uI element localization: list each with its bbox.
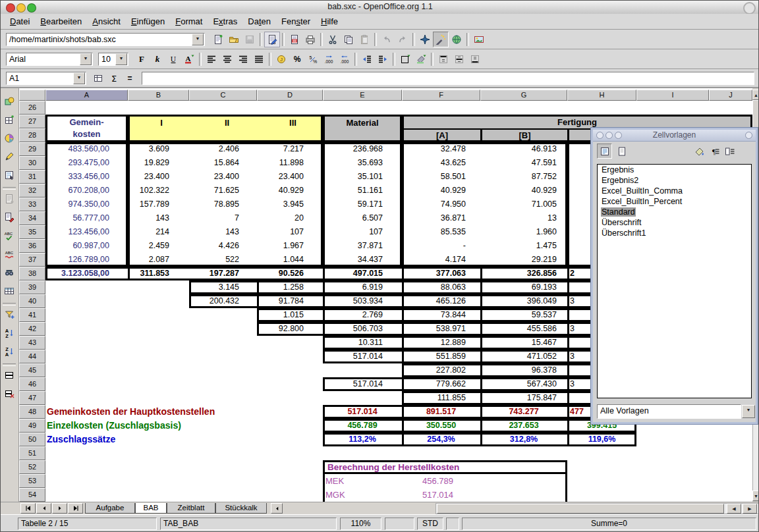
hscroll-thumb[interactable] — [437, 504, 724, 514]
navigator-button[interactable] — [417, 32, 433, 47]
column-header-F[interactable]: F — [402, 90, 480, 101]
choose-themes-button[interactable] — [1, 209, 17, 225]
cell-C31[interactable]: 23.400 — [189, 170, 257, 184]
row-header-30[interactable]: 30 — [19, 156, 45, 170]
cell-E42[interactable]: 506.703 — [323, 322, 402, 336]
cell-E39[interactable]: 6.919 — [323, 280, 402, 294]
cell-G37[interactable]: 29.219 — [480, 253, 567, 267]
form-functions-button[interactable] — [1, 167, 17, 183]
cell-H50[interactable]: 119,6% — [567, 433, 636, 446]
row-header-32[interactable]: 32 — [19, 184, 45, 198]
cell-D34[interactable]: 20 — [257, 211, 323, 225]
cell-D30[interactable]: 11.898 — [257, 156, 323, 170]
row-header-36[interactable]: 36 — [19, 239, 45, 253]
cell-C38[interactable]: 197.287 — [189, 267, 257, 280]
menu-bearbeiten[interactable]: Bearbeiten — [35, 15, 87, 28]
menu-daten[interactable]: Daten — [242, 15, 276, 28]
cell-G36[interactable]: 1.475 — [480, 239, 567, 253]
print-button[interactable] — [302, 32, 318, 47]
cell-A29[interactable]: 483.560,00 — [45, 142, 128, 156]
align-middle-button[interactable] — [451, 51, 467, 67]
menu-einfgen[interactable]: Einfügen — [126, 15, 170, 28]
equals-button[interactable]: = — [122, 70, 138, 86]
cell-G34[interactable]: 13 — [480, 211, 567, 225]
cell-E46[interactable]: 517.014 — [323, 377, 402, 391]
cell-F37[interactable]: 4.174 — [402, 253, 480, 267]
cell-A30[interactable]: 293.475,00 — [45, 156, 128, 170]
cell-A31[interactable]: 333.456,00 — [45, 170, 128, 184]
cell-F29[interactable]: 32.478 — [402, 142, 480, 156]
column-header-E[interactable]: E — [323, 90, 402, 101]
autoformat-button[interactable] — [1, 191, 17, 207]
scroll-up-icon[interactable]: ▲ — [752, 90, 759, 100]
cell-B37[interactable]: 2.087 — [128, 253, 189, 267]
menu-format[interactable]: Format — [170, 15, 208, 28]
style-item-excel-builtin-percent[interactable]: Excel_BuiltIn_Percent — [598, 196, 751, 207]
formula-input[interactable] — [142, 72, 754, 85]
export-pdf-button[interactable] — [287, 32, 302, 47]
cell-C36[interactable]: 4.426 — [189, 239, 257, 253]
style-filter-value[interactable]: Alle Vorlagen — [597, 404, 741, 419]
font-name-value[interactable]: Arial — [7, 55, 79, 64]
spellcheck-button[interactable]: ABC — [1, 228, 17, 244]
cell-sub-b[interactable]: [B] — [482, 130, 567, 141]
cell-A36[interactable]: 60.987,00 — [45, 239, 128, 253]
cell-F46[interactable]: 779.662 — [402, 377, 480, 391]
cell-D32[interactable]: 40.929 — [257, 184, 323, 198]
cell-D37[interactable]: 1.044 — [257, 253, 323, 267]
cell-C29[interactable]: 2.406 — [189, 142, 257, 156]
cell-G48[interactable]: 743.277 — [480, 405, 567, 419]
sort-ascending-button[interactable]: AZ — [1, 325, 17, 341]
cell-D42[interactable]: 92.800 — [257, 322, 323, 336]
paste-button[interactable] — [356, 32, 372, 47]
cell-label-A49[interactable]: Einzelkosten (Zuschlagsbasis) — [47, 419, 317, 433]
style-item--berschrift1[interactable]: Überschrift1 — [598, 228, 751, 238]
font-size-dropdown-icon[interactable]: ▼ — [115, 53, 127, 65]
cell-B34[interactable]: 143 — [128, 211, 189, 225]
insert-chart-button[interactable] — [1, 130, 17, 146]
save-button[interactable] — [242, 32, 258, 47]
justify-button[interactable] — [251, 51, 267, 67]
cell-F38[interactable]: 377.063 — [402, 267, 480, 280]
cell-reference-dropdown-icon[interactable]: ▼ — [73, 72, 85, 84]
cell-G47[interactable]: 175.847 — [480, 391, 567, 405]
cell-B35[interactable]: 214 — [128, 225, 189, 239]
cell-D29[interactable]: 7.217 — [257, 142, 323, 156]
align-bottom-button[interactable] — [467, 51, 483, 67]
row-header-47[interactable]: 47 — [19, 391, 45, 405]
cell-reference-box[interactable]: A1 ▼ — [6, 72, 86, 85]
tab-last-button[interactable] — [68, 503, 83, 514]
sheet-tab-zeitblatt[interactable]: Zeitblatt — [167, 503, 215, 514]
url-value[interactable]: /home/martinix/shots/bab.sxc — [7, 35, 191, 44]
cell-F45[interactable]: 227.802 — [402, 363, 480, 377]
tab-next-button[interactable] — [52, 503, 67, 514]
cell-D35[interactable]: 107 — [257, 225, 323, 239]
align-top-button[interactable] — [436, 51, 451, 67]
cell-E34[interactable]: 6.507 — [323, 211, 402, 225]
cell-G40[interactable]: 396.049 — [480, 294, 567, 308]
tab-scroll-left-button[interactable] — [271, 503, 283, 514]
cell-mgk-label[interactable]: MGK — [325, 488, 391, 502]
cell-G46[interactable]: 567.430 — [480, 377, 567, 391]
column-header-I[interactable]: I — [636, 90, 709, 101]
cell-E48[interactable]: 517.014 — [323, 405, 402, 419]
row-header-46[interactable]: 46 — [19, 377, 45, 391]
decrease-indent-button[interactable] — [359, 51, 375, 67]
menu-ansicht[interactable]: Ansicht — [87, 15, 126, 28]
cell-D41[interactable]: 1.015 — [257, 308, 323, 322]
cell-G44[interactable]: 471.052 — [480, 350, 567, 363]
cell-A37[interactable]: 126.789,00 — [45, 253, 128, 267]
row-header-34[interactable]: 34 — [19, 211, 45, 225]
row-header-54[interactable]: 54 — [19, 488, 45, 502]
cell-G38[interactable]: 326.856 — [480, 267, 567, 280]
row-header-39[interactable]: 39 — [19, 280, 45, 294]
find-replace-button[interactable] — [1, 265, 17, 280]
column-header-G[interactable]: G — [480, 90, 567, 101]
row-header-45[interactable]: 45 — [19, 363, 45, 377]
row-header-51[interactable]: 51 — [19, 446, 45, 460]
cell-A34[interactable]: 56.777,00 — [45, 211, 128, 225]
row-header-26[interactable]: 26 — [19, 101, 45, 115]
bold-button[interactable]: F — [134, 51, 150, 67]
cell-G31[interactable]: 87.752 — [480, 170, 567, 184]
cell-F34[interactable]: 36.871 — [402, 211, 480, 225]
